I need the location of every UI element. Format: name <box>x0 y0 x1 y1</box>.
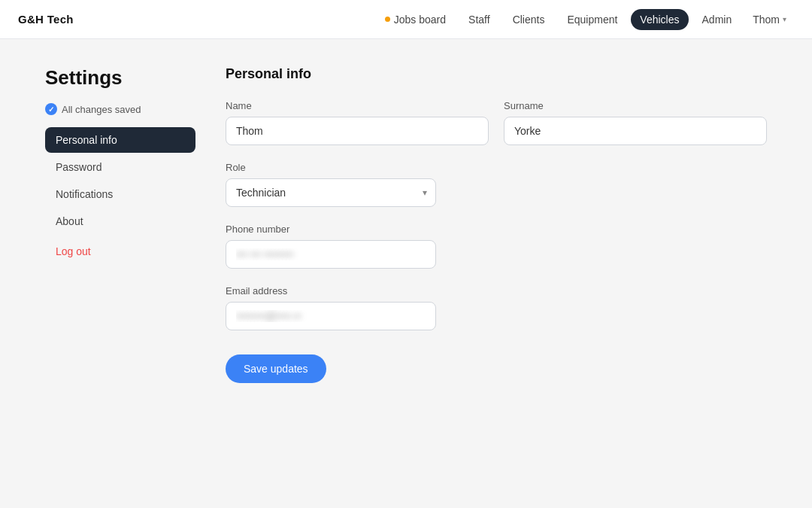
user-menu[interactable]: Thom ▾ <box>745 9 794 30</box>
save-status-text: All changes saved <box>62 104 141 115</box>
nav-label-vehicles: Vehicles <box>640 14 679 26</box>
nav-item-admin[interactable]: Admin <box>693 9 741 30</box>
name-surname-row: Name Surname <box>226 100 767 145</box>
email-label: Email address <box>226 285 436 297</box>
page-container: Settings All changes saved Personal info… <box>0 39 812 410</box>
save-updates-button[interactable]: Save updates <box>226 354 326 383</box>
chevron-down-icon: ▾ <box>783 15 786 23</box>
sidebar-item-personal-info[interactable]: Personal info <box>45 127 195 153</box>
email-section: Email address <box>226 285 767 330</box>
sidebar-menu: Personal infoPasswordNotificationsAboutL… <box>45 127 195 264</box>
email-input[interactable] <box>226 302 436 330</box>
save-status-icon <box>45 103 57 115</box>
nav-item-equipment[interactable]: Equipment <box>558 9 626 30</box>
nav-label-clients: Clients <box>513 14 545 26</box>
nav-links: Jobs boardStaffClientsEquipmentVehiclesA… <box>376 9 794 30</box>
nav-item-vehicles[interactable]: Vehicles <box>631 9 688 30</box>
nav-item-staff[interactable]: Staff <box>459 9 499 30</box>
phone-label: Phone number <box>226 224 436 235</box>
email-group: Email address <box>226 285 436 330</box>
save-status: All changes saved <box>45 103 195 115</box>
nav-label-admin: Admin <box>702 14 732 26</box>
brand-logo: G&H Tech <box>18 13 74 26</box>
nav-dot-jobs-board <box>385 17 390 22</box>
role-section: Role TechnicianManagerAdmin ▾ <box>226 162 767 207</box>
navbar: G&H Tech Jobs boardStaffClientsEquipment… <box>0 0 812 39</box>
sidebar-item-password[interactable]: Password <box>45 154 195 180</box>
user-name: Thom <box>753 14 780 26</box>
page-title: Settings <box>45 66 195 90</box>
sidebar: Settings All changes saved Personal info… <box>45 66 195 383</box>
sidebar-item-about[interactable]: About <box>45 208 195 234</box>
name-input[interactable] <box>226 117 489 145</box>
surname-label: Surname <box>504 100 767 111</box>
phone-section: Phone number <box>226 224 767 269</box>
role-select[interactable]: TechnicianManagerAdmin <box>226 178 436 207</box>
sidebar-item-log-out[interactable]: Log out <box>45 239 195 264</box>
surname-group: Surname <box>504 100 767 145</box>
role-select-wrapper: TechnicianManagerAdmin ▾ <box>226 178 436 207</box>
nav-item-jobs-board[interactable]: Jobs board <box>376 9 455 30</box>
role-label: Role <box>226 162 767 173</box>
name-label: Name <box>226 100 489 111</box>
nav-item-clients[interactable]: Clients <box>504 9 554 30</box>
nav-label-equipment: Equipment <box>567 14 617 26</box>
section-title: Personal info <box>226 66 767 82</box>
role-group: Role TechnicianManagerAdmin ▾ <box>226 162 767 207</box>
phone-group: Phone number <box>226 224 436 269</box>
nav-label-jobs-board: Jobs board <box>394 14 446 26</box>
main-content: Personal info Name Surname Role Technici… <box>226 66 767 383</box>
surname-input[interactable] <box>504 117 767 145</box>
nav-label-staff: Staff <box>468 14 490 26</box>
sidebar-item-notifications[interactable]: Notifications <box>45 181 195 207</box>
phone-input[interactable] <box>226 240 436 269</box>
name-group: Name <box>226 100 489 145</box>
